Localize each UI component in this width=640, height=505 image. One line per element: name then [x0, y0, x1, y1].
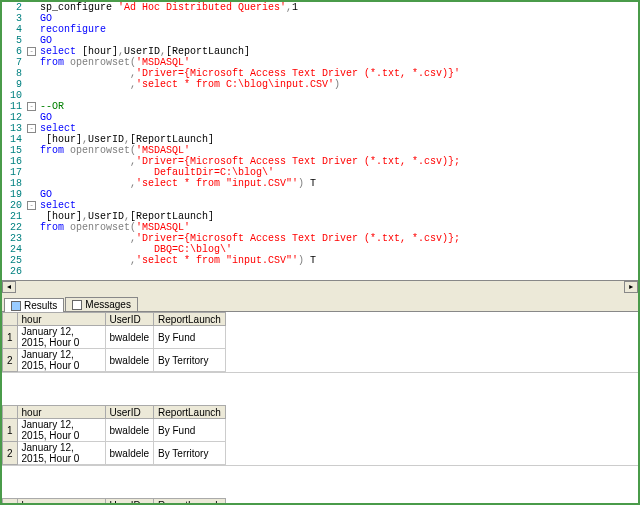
cell[interactable]: January 12, 2015, Hour 0	[17, 326, 105, 349]
code-text[interactable]: GO	[40, 189, 638, 200]
cell[interactable]: bwaldele	[105, 349, 153, 372]
results-table[interactable]: hourUserIDReportLaunch1January 12, 2015,…	[2, 312, 226, 372]
code-line[interactable]: 4reconfigure	[2, 24, 638, 35]
code-text[interactable]: ,'select * from "input.CSV"') T	[40, 255, 638, 266]
code-line[interactable]: 20-select	[2, 200, 638, 211]
scroll-left-arrow[interactable]: ◄	[2, 281, 16, 293]
table-row[interactable]: 1January 12, 2015, Hour 0bwaldeleBy Fund	[3, 326, 226, 349]
code-text[interactable]: select [hour],UserID,[ReportLaunch]	[40, 46, 638, 57]
code-text[interactable]: reconfigure	[40, 24, 638, 35]
code-text[interactable]: from openrowset('MSDASQL'	[40, 57, 638, 68]
cell[interactable]: January 12, 2015, Hour 0	[17, 419, 105, 442]
column-header[interactable]: ReportLaunch	[154, 406, 226, 419]
table-row[interactable]: 2January 12, 2015, Hour 0bwaldeleBy Terr…	[3, 349, 226, 372]
code-text[interactable]: GO	[40, 13, 638, 24]
code-line[interactable]: 22from openrowset('MSDASQL'	[2, 222, 638, 233]
code-line[interactable]: 7from openrowset('MSDASQL'	[2, 57, 638, 68]
results-table[interactable]: hourUserIDReportLaunch1January 12, 2015,…	[2, 498, 226, 505]
code-line[interactable]: 12GO	[2, 112, 638, 123]
code-text[interactable]: select	[40, 123, 638, 134]
collapse-toggle[interactable]: -	[27, 124, 36, 133]
code-text[interactable]: ,'Driver={Microsoft Access Text Driver (…	[40, 156, 638, 167]
row-number[interactable]: 1	[3, 419, 18, 442]
code-editor[interactable]: 2sp_configure 'Ad Hoc Distributed Querie…	[2, 2, 638, 280]
row-number[interactable]: 2	[3, 349, 18, 372]
code-line[interactable]: 17 DefaultDir=C:\blog\'	[2, 167, 638, 178]
horizontal-scrollbar[interactable]: ◄ ►	[2, 280, 638, 294]
code-line[interactable]: 21 [hour],UserID,[ReportLaunch]	[2, 211, 638, 222]
code-line[interactable]: 5GO	[2, 35, 638, 46]
code-text[interactable]: ,'select * from "input.CSV"') T	[40, 178, 638, 189]
code-line[interactable]: 11---OR	[2, 101, 638, 112]
line-number: 19	[2, 189, 26, 200]
code-line[interactable]: 10	[2, 90, 638, 101]
code-line[interactable]: 19GO	[2, 189, 638, 200]
cell[interactable]: January 12, 2015, Hour 0	[17, 442, 105, 465]
cell[interactable]: bwaldele	[105, 419, 153, 442]
grid-corner[interactable]	[3, 406, 18, 419]
column-header[interactable]: hour	[17, 406, 105, 419]
code-line[interactable]: 25 ,'select * from "input.CSV"') T	[2, 255, 638, 266]
code-line[interactable]: 6-select [hour],UserID,[ReportLaunch]	[2, 46, 638, 57]
grid-corner[interactable]	[3, 499, 18, 506]
row-number[interactable]: 1	[3, 326, 18, 349]
scroll-right-arrow[interactable]: ►	[624, 281, 638, 293]
code-text[interactable]: [hour],UserID,[ReportLaunch]	[40, 211, 638, 222]
cell[interactable]: bwaldele	[105, 442, 153, 465]
code-text[interactable]: ,'Driver={Microsoft Access Text Driver (…	[40, 68, 638, 79]
code-text[interactable]: select	[40, 200, 638, 211]
results-table[interactable]: hourUserIDReportLaunch1January 12, 2015,…	[2, 405, 226, 465]
column-header[interactable]: hour	[17, 313, 105, 326]
line-number: 12	[2, 112, 26, 123]
code-line[interactable]: 23 ,'Driver={Microsoft Access Text Drive…	[2, 233, 638, 244]
code-text[interactable]: from openrowset('MSDASQL'	[40, 222, 638, 233]
code-line[interactable]: 14 [hour],UserID,[ReportLaunch]	[2, 134, 638, 145]
code-line[interactable]: 2sp_configure 'Ad Hoc Distributed Querie…	[2, 2, 638, 13]
code-line[interactable]: 8 ,'Driver={Microsoft Access Text Driver…	[2, 68, 638, 79]
code-text[interactable]: --OR	[40, 101, 638, 112]
code-text[interactable]: [hour],UserID,[ReportLaunch]	[40, 134, 638, 145]
grid-corner[interactable]	[3, 313, 18, 326]
column-header[interactable]: UserID	[105, 406, 153, 419]
column-header[interactable]: hour	[17, 499, 105, 506]
code-line[interactable]: 3GO	[2, 13, 638, 24]
code-text[interactable]	[40, 90, 638, 101]
cell[interactable]: By Fund	[154, 326, 226, 349]
code-text[interactable]: ,'Driver={Microsoft Access Text Driver (…	[40, 233, 638, 244]
code-line[interactable]: 15from openrowset('MSDASQL'	[2, 145, 638, 156]
table-row[interactable]: 2January 12, 2015, Hour 0bwaldeleBy Terr…	[3, 442, 226, 465]
code-text[interactable]: ,'select * from C:\blog\input.CSV')	[40, 79, 638, 90]
line-number: 15	[2, 145, 26, 156]
column-header[interactable]: UserID	[105, 499, 153, 506]
code-line[interactable]: 18 ,'select * from "input.CSV"') T	[2, 178, 638, 189]
cell[interactable]: By Territory	[154, 349, 226, 372]
code-text[interactable]: DBQ=C:\blog\'	[40, 244, 638, 255]
cell[interactable]: By Fund	[154, 419, 226, 442]
column-header[interactable]: ReportLaunch	[154, 499, 226, 506]
line-number: 10	[2, 90, 26, 101]
code-text[interactable]: from openrowset('MSDASQL'	[40, 145, 638, 156]
tab-messages[interactable]: Messages	[65, 297, 138, 311]
collapse-toggle[interactable]: -	[27, 47, 36, 56]
collapse-toggle[interactable]: -	[27, 102, 36, 111]
table-row[interactable]: 1January 12, 2015, Hour 0bwaldeleBy Fund	[3, 419, 226, 442]
cell[interactable]: By Territory	[154, 442, 226, 465]
cell[interactable]: bwaldele	[105, 326, 153, 349]
tab-results[interactable]: Results	[4, 298, 64, 312]
code-text[interactable]: DefaultDir=C:\blog\'	[40, 167, 638, 178]
code-line[interactable]: 13-select	[2, 123, 638, 134]
code-text[interactable]: GO	[40, 35, 638, 46]
code-text[interactable]	[40, 266, 638, 277]
code-line[interactable]: 26	[2, 266, 638, 277]
code-text[interactable]: sp_configure 'Ad Hoc Distributed Queries…	[40, 2, 638, 13]
results-tabs: Results Messages	[2, 294, 638, 312]
collapse-toggle[interactable]: -	[27, 201, 36, 210]
row-number[interactable]: 2	[3, 442, 18, 465]
code-text[interactable]: GO	[40, 112, 638, 123]
column-header[interactable]: ReportLaunch	[154, 313, 226, 326]
code-line[interactable]: 9 ,'select * from C:\blog\input.CSV')	[2, 79, 638, 90]
cell[interactable]: January 12, 2015, Hour 0	[17, 349, 105, 372]
code-line[interactable]: 16 ,'Driver={Microsoft Access Text Drive…	[2, 156, 638, 167]
column-header[interactable]: UserID	[105, 313, 153, 326]
code-line[interactable]: 24 DBQ=C:\blog\'	[2, 244, 638, 255]
